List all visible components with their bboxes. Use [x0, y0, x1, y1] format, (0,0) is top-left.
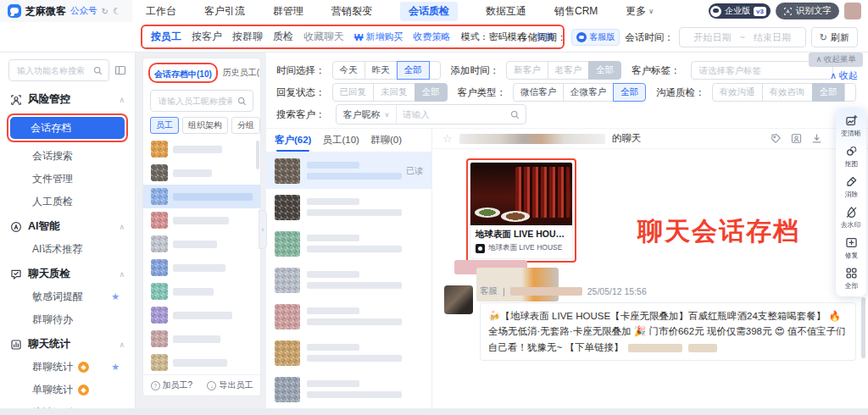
sidebar-item[interactable]: 人工质检 — [0, 191, 135, 213]
employee-view-tab[interactable]: 分组 — [231, 117, 260, 134]
add-employee-button[interactable]: ? 加员工? — [151, 379, 193, 391]
export-employee-button[interactable]: ↓ 导出员工 — [207, 379, 253, 391]
sidebar-item[interactable]: 统计规则 — [0, 401, 135, 408]
sidebar-item[interactable]: 会话搜索 — [0, 145, 135, 168]
nav-item[interactable]: 销售CRM — [554, 4, 598, 19]
qc-settings-gear-icon[interactable] — [844, 83, 856, 102]
customer-row[interactable] — [266, 262, 431, 298]
tool-erase[interactable]: 消除 — [844, 175, 859, 200]
nav-item[interactable]: 群管理 — [273, 4, 303, 19]
user-avatar[interactable] — [844, 3, 861, 19]
nav-item[interactable]: 更多∨ — [626, 4, 654, 19]
chat-scrollbar[interactable] — [861, 297, 865, 358]
customer-tab[interactable]: 客户(62) — [275, 129, 311, 152]
nav-item[interactable]: 客户引流 — [204, 4, 245, 19]
filter-option[interactable]: 老客户 — [548, 61, 590, 80]
toolbar-tab[interactable]: 按群聊 — [232, 30, 263, 44]
toolbar-tab[interactable]: 收藏聊天 — [303, 30, 344, 44]
tab-history-employees[interactable]: 历史员工(11) — [223, 67, 261, 79]
customer-tag-input[interactable] — [698, 64, 826, 76]
sidebar-group-header[interactable]: AI智能∧ — [0, 213, 135, 238]
account-type-link[interactable]: 公众号 — [70, 5, 97, 17]
tool-watermark-remove[interactable]: 去水印 — [840, 206, 862, 230]
nav-item[interactable]: 会话质检 — [400, 2, 458, 21]
filter-option[interactable]: 昨天 — [364, 61, 398, 80]
employee-row[interactable] — [143, 185, 260, 208]
sidebar-group-header[interactable]: 风险管控∧ — [0, 86, 135, 111]
sidebar-item[interactable]: AI话术推荐 — [0, 238, 135, 261]
employee-search-input[interactable] — [157, 96, 234, 107]
employee-row[interactable] — [143, 256, 260, 279]
toolbar-tab[interactable]: 质检 — [273, 30, 293, 44]
customer-row[interactable] — [266, 335, 431, 371]
employee-row[interactable] — [143, 137, 260, 161]
favorite-star-icon[interactable]: ★ — [111, 291, 120, 302]
customer-row[interactable] — [266, 371, 431, 407]
employee-scrollbar[interactable] — [256, 141, 259, 169]
filter-option[interactable]: 新客户 — [506, 61, 548, 80]
pricing-link[interactable]: 收费策略 — [413, 30, 450, 43]
filter-option[interactable]: 全部 — [812, 83, 845, 102]
employee-row[interactable] — [143, 303, 260, 327]
employee-row[interactable] — [143, 279, 260, 303]
function-search-input[interactable] — [15, 65, 90, 76]
tool-enhance[interactable]: 变清晰 — [840, 114, 862, 139]
portrait-icon[interactable] — [791, 133, 802, 144]
filter-option[interactable]: 全部 — [613, 83, 646, 102]
employee-row[interactable] — [143, 232, 260, 256]
tool-repair[interactable]: 修复 — [844, 236, 859, 261]
function-search-box[interactable] — [8, 59, 109, 81]
customer-row[interactable] — [266, 298, 431, 335]
sidebar-item[interactable]: 文件管理 — [0, 168, 135, 191]
toolbar-tab[interactable]: 按客户 — [192, 30, 222, 44]
filter-option[interactable]: 全部 — [588, 61, 621, 80]
date-range-input[interactable]: 开始日期 ~ 结束日期 — [679, 27, 806, 47]
tool-grid[interactable]: 全部 — [844, 267, 859, 291]
sidebar-group-header[interactable]: 聊天统计∧ — [0, 331, 135, 356]
nav-item[interactable]: 数据互通 — [486, 4, 526, 19]
collapse-filters-link[interactable]: ∧ 收起 — [830, 69, 858, 82]
filter-option[interactable]: 有效咨询 — [762, 83, 813, 102]
employee-view-tab[interactable]: 组织架构 — [182, 117, 228, 134]
filter-option[interactable]: 已回复 — [332, 83, 375, 102]
favorite-star-icon[interactable]: ★ — [111, 362, 120, 373]
calendar-button[interactable] — [429, 61, 441, 80]
favorite-star-icon[interactable]: ☆ — [442, 132, 453, 145]
tab-archiving[interactable]: 会话存档中(10) — [154, 69, 212, 79]
product-card[interactable]: 地球表面 LIVE HOUSE|【... 地球表面 LIVE HOUSE — [470, 162, 573, 259]
customer-row[interactable]: 已读 — [266, 152, 431, 189]
ocr-button[interactable]: 识别文字 — [776, 3, 839, 19]
filter-option[interactable]: 企微客户 — [563, 83, 614, 102]
customer-search-input[interactable] — [397, 109, 509, 119]
buy-link[interactable]: ₩ 新增购买 — [354, 30, 403, 43]
search-icon[interactable] — [510, 110, 520, 119]
employee-row[interactable] — [143, 351, 260, 374]
employee-search-box[interactable] — [150, 90, 253, 112]
filter-option[interactable]: 全部 — [397, 61, 430, 80]
sidebar-item[interactable]: 敏感词提醒★ — [0, 285, 135, 308]
filter-option[interactable]: 微信客户 — [513, 83, 564, 102]
sidebar-item[interactable]: 单聊统计◆ — [0, 379, 135, 401]
panel-toggle-icon[interactable] — [114, 64, 126, 76]
employee-row[interactable] — [143, 208, 260, 232]
customer-search-field-select[interactable]: 客户昵称 ∨ — [337, 105, 398, 124]
download-icon[interactable] — [811, 133, 822, 144]
refresh-button[interactable]: ↻ 刷新 — [811, 27, 858, 47]
nav-item[interactable]: 营销裂变 — [331, 4, 372, 19]
filter-option[interactable]: 有效沟通 — [712, 83, 763, 102]
panel-collapse-handle[interactable]: ‹ — [259, 210, 267, 249]
customer-tab[interactable]: 群聊(0) — [370, 129, 402, 152]
sidebar-group-header[interactable]: 聊天质检∧ — [0, 261, 135, 285]
collapse-menu-pill[interactable]: ∧ 收起菜单 — [809, 53, 863, 67]
switch-account-icon[interactable]: ↻ — [102, 7, 108, 16]
sidebar-item[interactable]: 群聊统计◆★ — [0, 356, 135, 379]
customer-tab[interactable]: 员工(10) — [322, 129, 359, 152]
filter-option[interactable]: 未回复 — [373, 83, 415, 102]
employee-view-tab[interactable]: 员工 — [150, 117, 179, 134]
employee-row[interactable] — [143, 327, 260, 351]
toolbar-tab[interactable]: 按员工 — [151, 30, 181, 44]
sidebar-item-0[interactable]: 会话存档 — [10, 117, 125, 139]
tool-cutout[interactable]: 抠图 — [844, 145, 859, 169]
nav-item[interactable]: 工作台 — [146, 4, 176, 19]
filter-option[interactable]: 全部 — [415, 83, 448, 102]
